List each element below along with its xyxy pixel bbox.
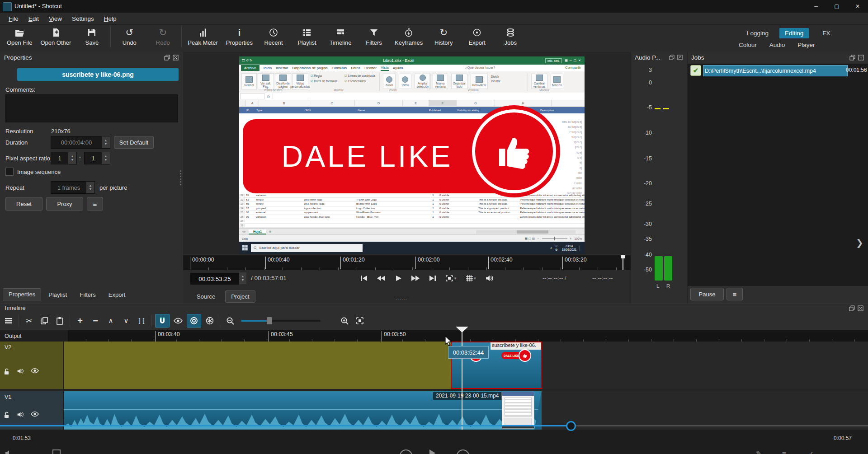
tab-playlist[interactable]: Playlist [43, 289, 72, 300]
close-panel-icon[interactable] [858, 55, 864, 61]
fast-forward-button[interactable] [408, 273, 423, 284]
current-position-field[interactable]: 00:03:53:25 [190, 272, 240, 285]
maximize-button[interactable]: ▢ [826, 0, 847, 13]
mode-audio[interactable]: Audio [769, 42, 785, 48]
overwrite-button[interactable]: ∨ [119, 314, 133, 327]
menu-edit[interactable]: Edit [24, 15, 44, 22]
open-file-button[interactable]: Open File [3, 25, 36, 46]
spinner-arrows-icon[interactable]: ▲▼ [102, 152, 110, 164]
float-panel-icon[interactable] [849, 55, 855, 61]
history-button[interactable]: ↻ History [427, 25, 460, 46]
mode-player[interactable]: Player [797, 42, 815, 48]
float-panel-icon[interactable] [849, 305, 855, 311]
timeline-menu-button[interactable] [2, 314, 15, 327]
mode-colour[interactable]: Colour [739, 42, 757, 48]
lock-icon[interactable] [4, 368, 10, 375]
menu-help[interactable]: Help [99, 15, 122, 22]
overlay-play-icon[interactable] [429, 449, 435, 454]
playlist-button[interactable]: Playlist [290, 25, 324, 46]
skip-to-end-button[interactable] [425, 273, 440, 284]
cut-button[interactable]: ✂ [22, 314, 36, 327]
timeline-playhead-line[interactable] [462, 330, 462, 430]
snap-toggle[interactable] [155, 314, 170, 328]
hide-icon[interactable] [31, 411, 39, 417]
panel-splitter-handle[interactable] [180, 170, 181, 185]
zoom-fit-button[interactable] [353, 314, 367, 327]
position-spinner-arrows[interactable]: ▲▼ [239, 272, 246, 284]
mode-logging[interactable]: Logging [741, 28, 774, 38]
hide-icon[interactable] [31, 368, 39, 374]
tab-export[interactable]: Export [103, 289, 131, 300]
undo-button[interactable]: ↺ Undo [113, 25, 146, 46]
overlay-edit-icon[interactable]: ✎ [756, 449, 762, 454]
tab-properties[interactable]: Properties [3, 288, 41, 300]
menu-view[interactable]: View [44, 15, 67, 22]
spinner-arrows-icon[interactable]: ▲▼ [86, 182, 94, 193]
rewind-button[interactable] [374, 273, 388, 284]
mode-editing[interactable]: Editing [779, 28, 809, 38]
mute-icon[interactable] [17, 368, 24, 374]
properties-button[interactable]: i Properties [222, 25, 257, 46]
jobs-pause-button[interactable]: Pause [690, 288, 724, 300]
overlay-menu-icon[interactable]: ≡ [782, 449, 786, 454]
dock-drag-handle[interactable]: ······ [396, 297, 407, 302]
copy-button[interactable] [38, 314, 51, 327]
close-panel-icon[interactable] [858, 305, 863, 311]
close-button[interactable]: ✕ [847, 0, 868, 13]
minimize-button[interactable]: ─ [806, 0, 826, 13]
tab-source[interactable]: Source [191, 291, 221, 302]
spinner-arrows-icon[interactable]: ▲▼ [102, 136, 110, 148]
timeline-zoom-slider[interactable] [241, 320, 321, 322]
set-default-button[interactable]: Set Default [114, 136, 154, 149]
save-button[interactable]: Save [75, 25, 108, 46]
ripple-all-tracks-toggle[interactable] [203, 314, 217, 327]
peak-meter-button[interactable]: Peak Meter [184, 25, 222, 46]
timeline-button[interactable]: Timeline [324, 25, 357, 46]
grid-button[interactable]: ▼ [462, 273, 480, 284]
image-sequence-checkbox[interactable] [5, 168, 14, 176]
v2-clip-olive[interactable] [64, 342, 451, 389]
duration-spinner[interactable]: 00:00:04:00 ▲▼ [51, 136, 110, 149]
par-numerator-spinner[interactable]: 1 ▲▼ [51, 152, 77, 164]
float-panel-icon[interactable] [669, 55, 675, 60]
open-other-button[interactable]: Open Other [36, 25, 75, 46]
close-panel-icon[interactable] [173, 55, 179, 61]
proxy-button[interactable]: Proxy [46, 197, 83, 211]
overlay-check-icon[interactable]: ✓ [808, 449, 814, 454]
par-denominator-spinner[interactable]: 1 ▲▼ [84, 152, 110, 164]
close-panel-icon[interactable] [677, 55, 683, 60]
play-button[interactable] [391, 273, 406, 284]
menu-file[interactable]: File [4, 15, 24, 22]
split-button[interactable]: ][ [135, 314, 148, 327]
overlay-volume-icon[interactable] [5, 449, 14, 454]
keyframes-button[interactable]: Keyframes [391, 25, 427, 46]
track-v2-head[interactable]: V2 [0, 342, 64, 389]
redo-button[interactable]: ↻ Redo [146, 25, 179, 46]
ripple-toggle[interactable] [187, 314, 201, 328]
tab-filters[interactable]: Filters [74, 289, 101, 300]
v1-clip[interactable]: 2021-09-19 23-00-15.mp4 [64, 391, 542, 430]
panel-expand-chevron[interactable]: ❯ [856, 237, 863, 248]
jobs-menu-button[interactable]: ≡ [726, 288, 743, 300]
player-time-ruler[interactable]: 00:00:00 00:00:40 00:01:20 00:02:00 00:0… [183, 255, 631, 270]
timeline-playhead-marker[interactable] [456, 327, 468, 332]
repeat-spinner[interactable]: 1 frames ▲▼ [51, 181, 95, 194]
lock-icon[interactable] [4, 411, 10, 418]
output-track-head[interactable]: Output [0, 330, 68, 342]
comments-textarea[interactable] [5, 94, 178, 122]
skip-to-start-button[interactable] [357, 273, 371, 284]
timeline-ruler[interactable]: Output 00:03:40 00:03:45 00:03:50 [0, 330, 868, 342]
mute-icon[interactable] [17, 411, 24, 418]
export-button[interactable]: Export [460, 25, 494, 46]
float-panel-icon[interactable] [164, 55, 170, 61]
recent-button[interactable]: Recent [257, 25, 290, 46]
menu-settings[interactable]: Settings [67, 15, 99, 22]
track-v1-head[interactable]: V1 [0, 391, 64, 430]
jobs-button[interactable]: Jobs [494, 25, 527, 46]
properties-menu-button[interactable]: ≡ [87, 197, 103, 211]
loop-range-button[interactable]: ▼ [443, 273, 460, 284]
mode-fx[interactable]: FX [817, 28, 835, 38]
job-row[interactable]: D:\PerfilSmyth\Escrit...\fijarcolumnexce… [703, 65, 848, 76]
spinner-arrows-icon[interactable]: ▲▼ [68, 152, 76, 164]
reset-button[interactable]: Reset [5, 197, 42, 211]
